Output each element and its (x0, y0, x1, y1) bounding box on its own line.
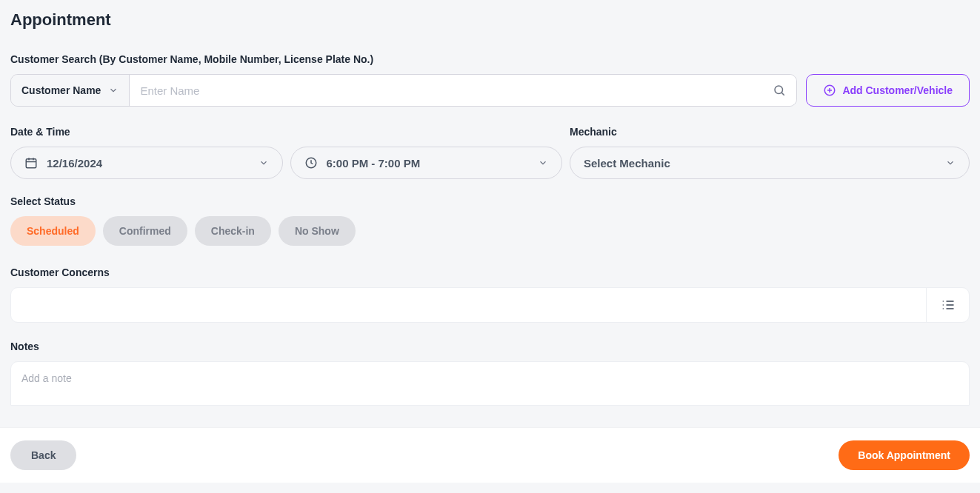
search-type-value: Customer Name (21, 84, 101, 96)
status-chip-confirmed[interactable]: Confirmed (103, 216, 187, 246)
search-icon[interactable] (773, 84, 786, 97)
chevron-down-icon (108, 85, 119, 95)
clock-icon (304, 156, 318, 170)
date-select[interactable]: 12/16/2024 (10, 147, 283, 179)
status-label: Select Status (10, 195, 970, 207)
chevron-down-icon (945, 158, 956, 168)
search-type-select[interactable]: Customer Name (11, 75, 130, 106)
customer-search-combo: Customer Name (10, 74, 797, 107)
notes-label: Notes (10, 341, 970, 352)
svg-point-10 (942, 301, 944, 302)
search-input-wrap (130, 75, 796, 106)
customer-search-label: Customer Search (By Customer Name, Mobil… (10, 53, 970, 65)
customer-search-input[interactable] (140, 84, 773, 97)
add-customer-button[interactable]: Add Customer/Vehicle (806, 74, 970, 107)
calendar-icon (24, 156, 38, 170)
time-select[interactable]: 6:00 PM - 7:00 PM (290, 147, 563, 179)
status-chip-row: Scheduled Confirmed Check-in No Show (10, 216, 970, 246)
concerns-input[interactable] (11, 288, 926, 322)
plus-circle-icon (823, 84, 836, 97)
status-chip-checkin[interactable]: Check-in (195, 216, 271, 246)
status-chip-noshow[interactable]: No Show (279, 216, 356, 246)
chevron-down-icon (538, 158, 548, 168)
list-icon (941, 298, 956, 312)
time-value: 6:00 PM - 7:00 PM (327, 157, 530, 170)
concerns-box (10, 287, 970, 323)
footer-bar: Back Book Appointment (0, 428, 980, 483)
date-value: 12/16/2024 (47, 157, 250, 170)
svg-point-0 (775, 86, 783, 94)
page-title: Appointment (10, 10, 970, 30)
mechanic-label: Mechanic (570, 126, 970, 138)
svg-point-14 (942, 308, 944, 309)
add-customer-label: Add Customer/Vehicle (842, 84, 953, 96)
mechanic-value: Select Mechanic (584, 157, 936, 170)
chevron-down-icon (259, 158, 269, 168)
datetime-label: Date & Time (10, 126, 562, 138)
back-button[interactable]: Back (10, 440, 76, 470)
mechanic-select[interactable]: Select Mechanic (570, 147, 970, 179)
concerns-list-button[interactable] (926, 288, 969, 322)
svg-point-12 (942, 304, 944, 306)
status-chip-scheduled[interactable]: Scheduled (10, 216, 96, 246)
svg-line-1 (782, 93, 784, 95)
notes-textarea[interactable] (10, 361, 970, 406)
svg-rect-5 (26, 159, 36, 168)
book-appointment-button[interactable]: Book Appointment (839, 440, 970, 470)
concerns-label: Customer Concerns (10, 266, 970, 278)
